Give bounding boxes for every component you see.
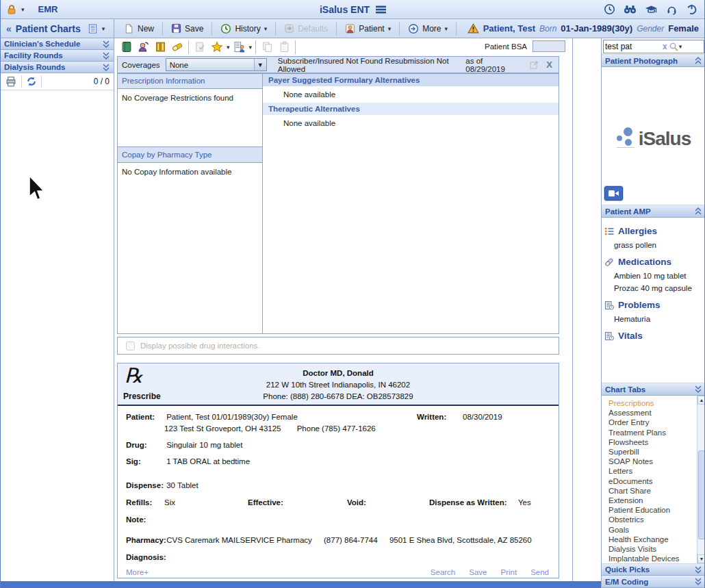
pharmacy-phone: (877) 864-7744 — [324, 536, 378, 544]
medication-item[interactable]: Prozac 40 mg capsule — [604, 282, 703, 294]
chart-tab-treatment-plans[interactable]: Treatment Plans — [602, 428, 696, 437]
search-link[interactable]: Search — [431, 568, 455, 576]
prescriber-caret-icon[interactable]: ▾ — [249, 44, 253, 51]
webcam-button[interactable] — [604, 186, 623, 201]
patient-photograph-header[interactable]: Patient Photograph — [602, 55, 705, 67]
pill-icon[interactable] — [170, 40, 185, 54]
collapse-left-icon[interactable]: « — [6, 23, 12, 34]
chevrons-down-icon[interactable] — [694, 577, 702, 586]
chart-tab-goals[interactable]: Goals — [602, 524, 696, 534]
chart-tab-soap-notes[interactable]: SOAP Notes — [602, 457, 696, 466]
prescription-panel: ℞ Prescribe Doctor MD, Donald 212 W 10th… — [117, 363, 559, 578]
chart-tab-superbill[interactable]: Superbill — [602, 447, 696, 457]
scroll-up-icon[interactable]: ▲ — [697, 396, 705, 405]
patient-search-box: x ▾ — [603, 40, 704, 53]
more-button[interactable]: More ▾ — [404, 22, 452, 36]
favorites-star-icon[interactable] — [209, 40, 225, 54]
scroll-down-icon[interactable]: ▼ — [697, 554, 705, 563]
notebook-icon[interactable] — [118, 40, 133, 54]
medications-section[interactable]: Medications — [604, 257, 703, 267]
sidebar-section-dialysis-rounds[interactable]: Dialysis Rounds — [1, 62, 114, 73]
refresh-icon[interactable] — [26, 76, 37, 87]
chart-tab-implantable-devices[interactable]: Implantable Devices — [602, 554, 696, 563]
toolbar-separator — [275, 22, 276, 36]
sidebar-section-clinicians-schedule[interactable]: Clinician's Schedule — [1, 38, 114, 50]
problem-item[interactable]: Hematuria — [604, 313, 703, 325]
patient-button[interactable]: Patient ▾ — [341, 22, 395, 36]
chart-tab-dialysis-visits[interactable]: Dialysis Visits — [602, 544, 696, 554]
search-icon[interactable] — [669, 42, 679, 52]
chevrons-down-icon[interactable] — [102, 40, 110, 49]
patient-banner: Patient, Test Born 01-Jan-1989(30y) Gend… — [467, 23, 705, 34]
chart-tab-extension[interactable]: Extension — [602, 496, 696, 505]
patient-search-row: x ▾ — [602, 38, 705, 55]
select-arrow-icon[interactable]: ▼ — [254, 59, 266, 71]
chart-tab-order-entry[interactable]: Order Entry — [602, 418, 696, 427]
save-button[interactable]: Save — [167, 22, 207, 35]
chart-tabs-header[interactable]: Chart Tabs — [602, 383, 705, 396]
chart-tab-letters[interactable]: Letters — [602, 466, 696, 476]
vitals-section[interactable]: Vitals — [604, 331, 703, 341]
save-link[interactable]: Save — [469, 568, 487, 576]
popout-icon — [530, 60, 539, 69]
chevrons-down-icon[interactable] — [102, 63, 110, 72]
em-coding-header[interactable]: E/M Coding — [602, 576, 705, 588]
interactions-checkbox[interactable] — [126, 342, 135, 350]
chart-tab-flowsheets[interactable]: Flowsheets — [602, 437, 696, 447]
history-button[interactable]: History ▾ — [216, 22, 271, 36]
print-link[interactable]: Print — [500, 568, 517, 576]
lock-dropdown-caret-icon[interactable]: ▾ — [21, 6, 25, 13]
pharmacy-label: Pharmacy: — [126, 536, 164, 544]
chart-tab-edocuments[interactable]: eDocuments — [602, 476, 696, 486]
patient-amp-header[interactable]: Patient AMP — [602, 205, 705, 218]
power-icon[interactable] — [686, 3, 697, 15]
patient-info-icon[interactable] — [136, 40, 151, 54]
search-caret-icon[interactable]: ▾ — [679, 43, 682, 50]
chevrons-down-icon[interactable] — [694, 565, 702, 574]
chart-tab-obstetrics[interactable]: Obstetrics — [602, 515, 696, 524]
more-link[interactable]: More+ — [126, 568, 149, 576]
coverages-select[interactable]: None ▼ — [166, 58, 267, 71]
chart-tab-prescriptions[interactable]: Prescriptions — [602, 398, 696, 408]
chart-tab-patient-education[interactable]: Patient Education — [602, 505, 696, 515]
chevrons-up-icon[interactable] — [694, 56, 702, 65]
headset-icon[interactable] — [666, 4, 678, 15]
chart-tab-health-exchange[interactable]: Health Exchange — [602, 535, 696, 544]
clear-search-icon[interactable]: x — [661, 42, 669, 51]
medication-item[interactable]: Ambien 10 mg tablet — [604, 270, 703, 282]
chart-tab-chart-share[interactable]: Chart Share — [602, 486, 696, 496]
chevrons-down-icon[interactable] — [694, 385, 702, 394]
quick-picks-header[interactable]: Quick Picks — [602, 564, 705, 576]
patient-bsa-input[interactable] — [533, 40, 565, 52]
menu-icon[interactable] — [375, 5, 387, 14]
sig-label: Sig: — [126, 457, 164, 465]
binoculars-icon[interactable] — [624, 4, 637, 14]
clock-icon[interactable] — [604, 3, 615, 15]
sidebar-section-facility-rounds[interactable]: Facility Rounds — [1, 50, 114, 62]
chevrons-up-icon[interactable] — [694, 207, 702, 216]
chart-tab-assessment[interactable]: Assessment — [602, 408, 696, 418]
send-link[interactable]: Send — [530, 568, 549, 576]
graduation-cap-icon[interactable] — [645, 4, 658, 14]
module-dropdown-caret-icon[interactable]: ▾ — [102, 25, 105, 32]
webcam-icon — [608, 189, 619, 198]
allergies-section[interactable]: Allergies — [604, 226, 703, 236]
new-button[interactable]: New — [120, 22, 158, 36]
drug-reference-books-icon[interactable] — [153, 40, 168, 54]
prescriber-options-icon[interactable] — [232, 40, 247, 54]
pager-separator — [21, 75, 22, 88]
chevrons-down-icon[interactable] — [102, 51, 110, 60]
chart-menu-icon[interactable] — [88, 23, 98, 34]
problems-section[interactable]: Problems — [604, 300, 703, 310]
patient-field-value: Patient, Test 01/01/1989(30y) Female — [166, 413, 298, 421]
favorites-caret-icon[interactable]: ▾ — [227, 44, 230, 51]
close-icon[interactable]: X — [544, 60, 554, 70]
allergy-item[interactable]: grass pollen — [604, 239, 703, 251]
printer-icon[interactable] — [5, 76, 17, 88]
chart-tabs-scrollbar[interactable]: ▲ ▼ — [697, 396, 705, 563]
warning-icon[interactable] — [467, 23, 479, 34]
scroll-thumb[interactable] — [698, 450, 705, 539]
lock-icon[interactable] — [6, 4, 17, 15]
patient-bsa: Patient BSA — [485, 40, 565, 52]
patient-search-input[interactable] — [605, 42, 661, 51]
